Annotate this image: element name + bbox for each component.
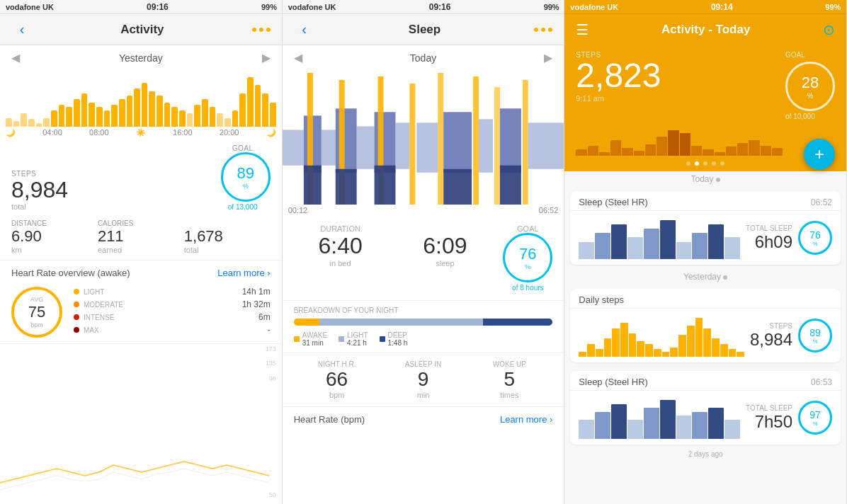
- p3-sleep-mini-chart: [579, 217, 740, 259]
- hero-bar-7: [656, 137, 667, 156]
- p2-back-button[interactable]: ‹: [294, 21, 315, 38]
- p3-sleep-card-title: Sleep (Steel HR): [579, 197, 648, 207]
- sleep-bar-3: [627, 237, 643, 259]
- p3-star-button[interactable]: ⊙: [823, 21, 835, 38]
- p2-time: 09:16: [429, 2, 451, 12]
- p1-distance-label: DISTANCE: [11, 219, 98, 227]
- activity-bar-14: [111, 105, 118, 127]
- sleep2-bar-7: [692, 412, 707, 440]
- p1-next-day[interactable]: ▶: [262, 51, 271, 64]
- p1-intense-time: 6m: [258, 312, 271, 322]
- p1-goal-pct: 89: [237, 164, 254, 183]
- step-bar-19: [737, 352, 744, 357]
- p1-goal-circle: 89 %: [221, 152, 271, 202]
- p2-menu[interactable]: [534, 28, 552, 32]
- p2-sleep-label-placeholder: [399, 224, 492, 233]
- p2-sleep-chart: [283, 70, 564, 205]
- p1-hr-grid-96: 96: [269, 375, 276, 382]
- p2-sleep-block: 6:09 sleep: [399, 224, 492, 268]
- p1-prev-day[interactable]: ◀: [11, 51, 20, 64]
- p2-deep-bar: [483, 319, 553, 326]
- p3-sleep-card-today: Sleep (Steel HR) 06:52 TOTAL SLEEP 6h09 …: [570, 191, 841, 265]
- p1-distance-unit: km: [11, 246, 98, 254]
- p1-carrier: vodafone UK: [6, 3, 54, 11]
- p3-sleep-stat-value: 6h09: [746, 232, 792, 252]
- p3-hamburger-button[interactable]: ☰: [576, 21, 589, 38]
- p3-steps-card-body: STEPS 8,984 89 %: [570, 309, 841, 362]
- svg-rect-11: [438, 73, 443, 205]
- p2-woke-up: WOKE UP 5 times: [466, 360, 552, 399]
- hero-bar-4: [622, 148, 632, 156]
- sleep-panel: vodafone UK 09:16 99% ‹ Sleep ◀ Today ▶: [283, 0, 565, 504]
- p1-hr-legend: LIGHT 14h 1m MODERATE 1h 32m INTENSE 6m …: [74, 287, 271, 338]
- p1-goal-sym: %: [243, 183, 249, 190]
- step-bar-17: [720, 344, 728, 357]
- activity-bar-11: [89, 103, 95, 127]
- svg-rect-21: [335, 169, 356, 205]
- p2-asleep-label: ASLEEP IN: [380, 360, 467, 368]
- p3-title: Activity - Today: [661, 23, 750, 37]
- p3-goal-sub: of 10,000: [785, 113, 835, 120]
- activity-bar-21: [164, 103, 171, 127]
- svg-rect-19: [528, 122, 564, 168]
- sleep-bar-7: [692, 233, 707, 259]
- p1-hr-graph: 173 135 96 50: [0, 343, 282, 504]
- p3-battery: 99%: [825, 3, 841, 11]
- p1-moderate-time: 1h 32m: [242, 299, 271, 309]
- p1-battery: 99%: [261, 3, 277, 11]
- p2-prev-day[interactable]: ◀: [294, 51, 302, 64]
- p2-sleep-svg: [283, 73, 564, 205]
- p3-dot-3[interactable]: [703, 161, 707, 166]
- p2-deep-value: 1:48 h: [388, 339, 408, 347]
- p3-dot-5[interactable]: [720, 161, 724, 166]
- p2-next-day[interactable]: ▶: [544, 51, 552, 64]
- p1-hr-legend-light: LIGHT 14h 1m: [74, 287, 271, 297]
- p1-hr-legend-intense: INTENSE 6m: [74, 312, 271, 322]
- p2-asleep-value: 9: [380, 368, 467, 391]
- p3-sleep-card-2: Sleep (Steel HR) 06:53 TOTAL SLEEP 7h50 …: [570, 371, 841, 445]
- p3-sleep2-stat-value: 7h50: [746, 412, 792, 432]
- p2-night-stats: NIGHT H.R. 66 bpm ASLEEP IN 9 min WOKE U…: [283, 353, 564, 406]
- p3-sleep-card2-body: TOTAL SLEEP 7h50 97 %: [570, 391, 841, 445]
- p1-hr-circle: AVG 75 bpm: [11, 287, 62, 338]
- p3-sleep2-stat: TOTAL SLEEP 7h50: [746, 404, 792, 432]
- p3-sleep-card2-time: 06:53: [811, 377, 832, 387]
- p2-learn-more[interactable]: Learn more ›: [500, 414, 552, 425]
- p1-hr-legend-moderate: MODERATE 1h 32m: [74, 299, 271, 309]
- p3-today-label: Today: [564, 171, 846, 187]
- activity-bar-32: [247, 77, 254, 127]
- activity-bar-19: [149, 91, 155, 127]
- hero-bar-17: [772, 148, 783, 156]
- step-bar-16: [712, 338, 720, 357]
- activity-bar-10: [81, 93, 88, 127]
- p3-dot-4[interactable]: [712, 161, 716, 166]
- p2-woke-unit: times: [466, 391, 552, 399]
- p2-battery: 99%: [544, 3, 559, 11]
- step-bar-5: [620, 323, 628, 357]
- p3-dot-2[interactable]: [695, 161, 699, 166]
- p3-steps-stat-label: STEPS: [750, 322, 792, 330]
- p1-steps-row: STEPS 8,984 total GOAL 89 % of 13,000: [0, 139, 282, 217]
- p1-back-button[interactable]: ‹: [11, 21, 33, 38]
- p1-activity-chart: [0, 70, 282, 127]
- p3-sleep-stat-label: TOTAL SLEEP: [746, 224, 792, 232]
- p1-learn-more[interactable]: Learn more ›: [217, 268, 270, 278]
- step-bar-1: [587, 344, 595, 357]
- p1-goal-sub: of 13,000: [215, 203, 271, 211]
- p3-dot-1[interactable]: [686, 161, 690, 166]
- activity-bar-31: [239, 93, 246, 127]
- p1-max-time: -: [268, 325, 271, 335]
- p2-breakdown-title: BREAKDOWN OF YOUR NIGHT: [294, 307, 553, 314]
- sleep2-bar-5: [660, 400, 676, 439]
- p3-header: ☰ Activity - Today ⊙: [564, 14, 846, 45]
- p3-steps-sym: %: [812, 338, 817, 345]
- hero-bar-9: [680, 133, 690, 156]
- p3-fab-button[interactable]: +: [804, 139, 835, 170]
- svg-rect-18: [500, 108, 521, 172]
- p1-menu[interactable]: [252, 28, 271, 32]
- p3-sleep-pct: 76: [809, 229, 821, 241]
- p2-goal-circle: 76 %: [503, 233, 552, 282]
- p2-time-labels: 00:12 06:52: [283, 205, 564, 216]
- p3-goal-circle: 28 %: [785, 62, 835, 111]
- svg-rect-3: [335, 108, 356, 172]
